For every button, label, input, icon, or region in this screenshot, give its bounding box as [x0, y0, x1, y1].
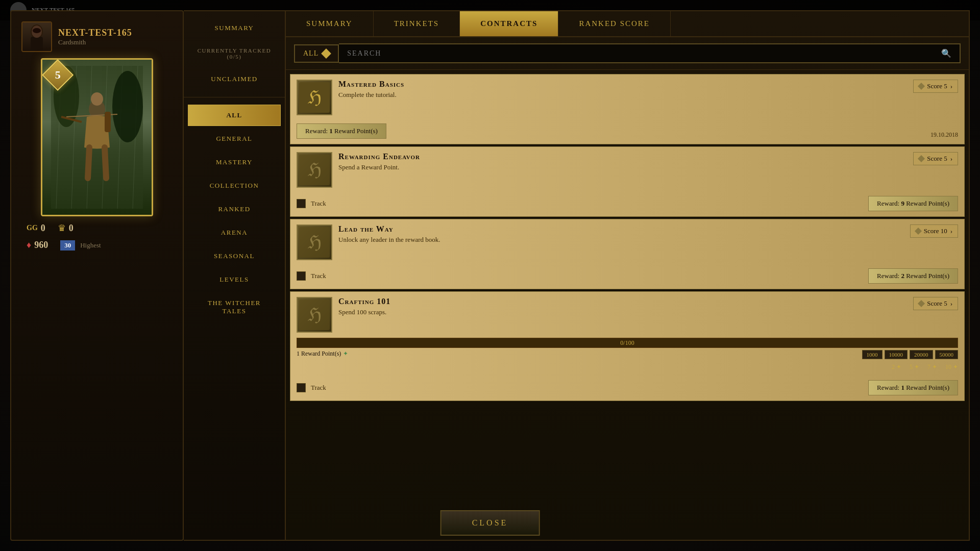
filter-select[interactable]: ALL: [294, 44, 339, 63]
svg-text:ℌ: ℌ: [308, 305, 322, 325]
tab-summary[interactable]: SUMMARY: [286, 11, 374, 36]
main-container: NEXT-TEST-165 Cardsmith: [10, 10, 970, 541]
track-checkbox-3[interactable]: [297, 271, 306, 281]
nav-arena[interactable]: ARENA: [188, 222, 281, 243]
svg-text:ℌ: ℌ: [308, 87, 322, 108]
contract-score-3[interactable]: Score 10 ›: [910, 224, 958, 238]
nav-tracked[interactable]: CURRENTLY TRACKED (0/5): [188, 41, 281, 66]
nav-ranked[interactable]: RANKED: [188, 198, 281, 220]
svg-rect-1: [31, 37, 43, 51]
ms-7: 7 ✦: [927, 363, 937, 371]
card-artwork: [51, 66, 143, 209]
contract-title: Mastered Basics: [338, 80, 907, 89]
contract-header-4: ℌ Crafting 101 Spend 100 scraps. Score 5…: [290, 292, 964, 338]
contract-icon-2: ℌ: [297, 152, 332, 188]
tabs-row: SUMMARY TRINKETS CONTRACTS RANKED SCORE: [286, 11, 969, 37]
reward-text: Reward: 1 Reward Point(s): [305, 127, 378, 135]
highest-badge: 30: [60, 240, 75, 251]
reward-button[interactable]: Reward: 1 Reward Point(s): [297, 123, 386, 139]
nav-general[interactable]: GENERAL: [188, 128, 281, 149]
nav-collection[interactable]: COLLECTION: [188, 175, 281, 196]
contract-header-3: ℌ Lead the Way Unlock any leader in the …: [290, 219, 964, 265]
milestone-stars: 2 ✦ 5 ✦ 7 ✦ 10 ✦: [892, 363, 958, 371]
tab-contracts[interactable]: CONTRACTS: [460, 11, 558, 36]
search-icon: 🔍: [941, 48, 951, 58]
track-checkbox-2[interactable]: [297, 199, 306, 208]
score-diamond-icon-3: [915, 228, 922, 235]
nav-levels[interactable]: LEVELS: [188, 269, 281, 290]
gg-stat: GG 0: [27, 222, 45, 234]
contract-info: Mastered Basics Complete the tutorial.: [338, 80, 907, 99]
track-label-4: Track: [311, 384, 326, 392]
contract-footer-4: Track Reward: 1 Reward Point(s): [290, 377, 964, 400]
nav-summary[interactable]: SUMMARY: [188, 17, 281, 39]
score-arrow-icon-4: ›: [950, 299, 952, 308]
reward-button-3[interactable]: Reward: 2 Reward Point(s): [868, 268, 958, 284]
contract-item-mastered-basics: ℌ Mastered Basics Complete the tutorial.…: [290, 74, 965, 144]
cards-icon: ♦: [27, 240, 31, 251]
stats-row-2: ♦ 960 30 Highest: [21, 240, 173, 251]
contract-item-rewarding-endeavor: ℌ Rewarding Endeavor Spend a Reward Poin…: [290, 146, 965, 217]
milestone-reward-text: 1 Reward Point(s) ✦: [297, 350, 348, 358]
score-arrow-icon-2: ›: [950, 155, 952, 163]
highest-label: Highest: [80, 241, 101, 249]
contract-footer: Reward: 1 Reward Point(s) 19.10.2018: [290, 120, 964, 144]
middle-nav-panel: SUMMARY CURRENTLY TRACKED (0/5) UNCLAIME…: [184, 10, 286, 541]
contract-desc-4: Spend 100 scraps.: [338, 308, 907, 316]
contract-score-2[interactable]: Score 5 ›: [913, 152, 958, 165]
svg-point-3: [33, 28, 41, 33]
reward-button-4[interactable]: Reward: 1 Reward Point(s): [868, 380, 958, 395]
nav-all[interactable]: ALL: [188, 105, 281, 126]
search-input[interactable]: [347, 49, 941, 58]
filter-value: ALL: [303, 49, 318, 58]
highest-stat: 30 Highest: [60, 240, 101, 251]
tab-ranked-score[interactable]: RANKED SCORE: [558, 11, 671, 36]
nav-witcher-tales[interactable]: THE WITCHER TALES: [188, 292, 281, 322]
right-panel: SUMMARY TRINKETS CONTRACTS RANKED SCORE …: [286, 10, 970, 541]
search-box: 🔍: [339, 43, 961, 63]
player-info: NEXT-TEST-165 Cardsmith: [58, 28, 173, 46]
contract-desc-3: Unlock any leader in the reward book.: [338, 236, 904, 244]
score-diamond-icon-2: [918, 155, 925, 162]
player-title: Cardsmith: [58, 38, 173, 46]
track-checkbox-4[interactable]: [297, 383, 306, 392]
card-display: 5: [41, 58, 153, 216]
card-cost-value: 5: [55, 68, 61, 82]
contract-item-crafting-101: ℌ Crafting 101 Spend 100 scraps. Score 5…: [290, 291, 965, 401]
contract-score[interactable]: Score 5 ›: [913, 80, 958, 93]
tab-trinkets[interactable]: TRINKETS: [374, 11, 460, 36]
contract-icon-3: ℌ: [297, 224, 332, 260]
contract-info-4: Crafting 101 Spend 100 scraps.: [338, 297, 907, 316]
gg-icon: GG: [27, 224, 38, 232]
contract-title-2: Rewarding Endeavor: [338, 152, 907, 161]
player-name: NEXT-TEST-165: [58, 28, 173, 38]
score-diamond-icon-4: [918, 300, 925, 307]
player-avatar: [21, 21, 52, 52]
filter-diamond-icon: [321, 48, 331, 59]
track-label-3: Track: [311, 272, 326, 280]
nav-seasonal[interactable]: SEASONAL: [188, 245, 281, 267]
close-button[interactable]: CLOSE: [440, 510, 540, 536]
track-label-2: Track: [311, 199, 326, 208]
score-value-3: Score 10: [924, 227, 947, 235]
svg-text:ℌ: ℌ: [308, 232, 322, 253]
milestone-10000: 10000: [885, 350, 908, 359]
contract-info-2: Rewarding Endeavor Spend a Reward Point.: [338, 152, 907, 171]
contract-icon: ℌ: [297, 80, 332, 115]
cards-value: 960: [34, 240, 48, 251]
svg-point-14: [91, 92, 103, 106]
contract-score-4[interactable]: Score 5 ›: [913, 297, 958, 310]
reward-button-2[interactable]: Reward: 9 Reward Point(s): [868, 196, 958, 211]
crown-value: 0: [69, 223, 74, 234]
progress-bar-container: 0/100: [297, 338, 958, 348]
score-value-2: Score 5: [927, 155, 947, 163]
nav-unclaimed[interactable]: UNCLAIMED: [188, 68, 281, 90]
avatar-image: [22, 22, 51, 51]
svg-text:ℌ: ℌ: [308, 160, 322, 180]
nav-mastery[interactable]: MASTERY: [188, 152, 281, 173]
cards-stat: ♦ 960: [27, 240, 48, 251]
filter-row: ALL 🔍: [286, 37, 969, 70]
contract-item-lead-the-way: ℌ Lead the Way Unlock any leader in the …: [290, 219, 965, 289]
milestone-20000: 20000: [910, 350, 933, 359]
ms-2: 2 ✦: [892, 363, 901, 371]
